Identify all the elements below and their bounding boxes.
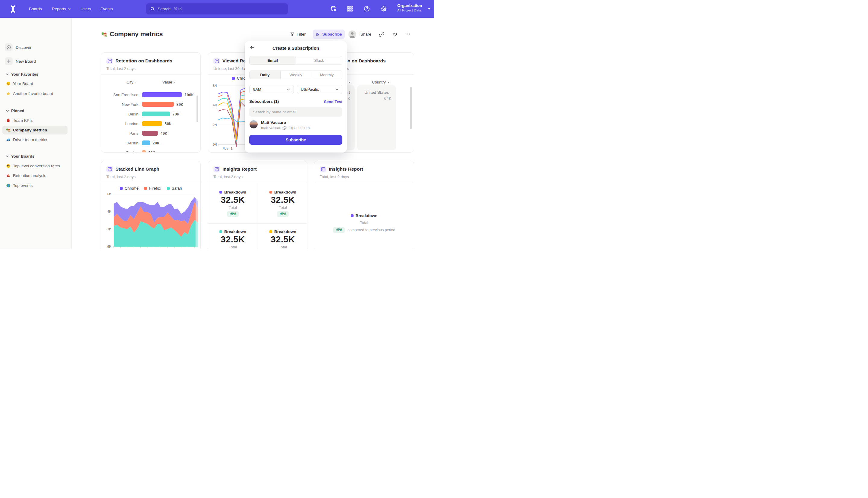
card-title[interactable]: Retention on Dashboards (116, 58, 172, 64)
sidebar-item-another-favorite[interactable]: Another favorite board (6, 91, 53, 96)
svg-text:6M: 6M (107, 192, 111, 196)
org-chevron-icon (428, 8, 430, 10)
tab-daily[interactable]: Daily (250, 71, 280, 79)
car-emoji-icon (6, 137, 11, 142)
chevron-down-icon (287, 89, 290, 90)
nav-users[interactable]: Users (80, 6, 91, 11)
search-input[interactable]: Search ⌘+K (146, 3, 288, 14)
column-header-value[interactable]: Value (155, 80, 184, 84)
sidebar-item-driver-team-metrics[interactable]: Driver team metrics (6, 137, 48, 142)
subscribe-submit-button[interactable]: Subscribe (249, 135, 342, 145)
delta-badge: ↑5% (277, 211, 289, 217)
card-insights-report-2: Insights Report Total, last 2 days Break… (314, 161, 414, 249)
table-row[interactable]: Berlin70K (106, 109, 179, 119)
card-subtitle: Total, last 2 days (213, 174, 243, 179)
table-row[interactable]: London50K (106, 119, 172, 128)
time-select[interactable]: 9AM (249, 85, 294, 94)
favorite-button[interactable] (392, 32, 398, 37)
sidebar-discover[interactable]: Discover (5, 43, 32, 51)
house-emoji-icon (6, 128, 11, 132)
table-row[interactable]: Paris40K (106, 128, 167, 138)
timezone-select[interactable]: US/Pacific (297, 85, 342, 94)
create-subscription-modal: Create a Subscription Email Slack Daily … (245, 41, 347, 153)
sidebar: Discover New Board Your Favorites Your B… (0, 18, 72, 249)
tab-slack[interactable]: Slack (296, 56, 342, 65)
nav-events[interactable]: Events (101, 6, 113, 11)
sidebar-item-company-metrics[interactable]: Company metrics (6, 128, 47, 132)
funnel-icon (290, 32, 294, 37)
help-icon[interactable] (363, 5, 370, 12)
bar (142, 112, 170, 116)
chevron-down-icon (6, 74, 9, 75)
more-options-button[interactable] (405, 32, 411, 36)
nav-boards[interactable]: Boards (29, 6, 42, 11)
data-management-icon[interactable] (330, 5, 337, 12)
apps-grid-icon[interactable] (347, 5, 353, 12)
org-project: All Project Data (397, 9, 422, 12)
subscriber-avatar (250, 120, 258, 128)
report-chart-icon (320, 166, 326, 172)
subscribe-button[interactable]: Subscribe (313, 29, 345, 39)
pivot-cell-united-states[interactable]: United States 64K (357, 85, 396, 150)
bar (142, 102, 174, 107)
report-chart-icon (106, 57, 113, 64)
share-button[interactable]: Share (360, 32, 371, 37)
sidebar-new-board[interactable]: New Board (5, 57, 36, 65)
stacked-area-chart: 6M4M2M0M (101, 161, 201, 249)
page-title: Company metrics (110, 30, 163, 38)
top-nav: Boards Reports Users Events Search ⌘+K (0, 0, 434, 18)
card-title[interactable]: Insights Report (329, 167, 363, 172)
bar (142, 92, 182, 97)
svg-text:Nov 1: Nov 1 (223, 146, 232, 150)
column-header-country[interactable]: Country (366, 80, 395, 84)
subscriber-email: matt.vaccaro@mixpanel.com (261, 126, 309, 130)
tab-email[interactable]: Email (250, 56, 296, 65)
svg-text:0M: 0M (213, 143, 217, 146)
org-switcher[interactable]: Organization All Project Data (397, 3, 422, 12)
nav-reports[interactable]: Reports (52, 6, 70, 11)
user-avatar[interactable] (348, 30, 356, 38)
card-retention-dashboards: Retention on Dashboards Total, last 2 da… (101, 52, 201, 153)
sidebar-item-retention-analysis[interactable]: Retention analysis (6, 173, 46, 178)
table-row[interactable]: Austin20K (106, 138, 159, 148)
table-row[interactable]: Boston10K (106, 148, 155, 153)
sidebar-item-top-level-conversion[interactable]: Top level conversion rates (6, 164, 60, 168)
chevron-down-icon (68, 8, 70, 10)
subscribers-label: Subscribers (1) (249, 99, 279, 104)
series-color-dot (219, 191, 222, 194)
table-row[interactable]: San Francisco100K (106, 90, 193, 100)
scrollbar-thumb[interactable] (410, 87, 412, 129)
delta-badge: ↑5% (333, 227, 345, 233)
sidebar-item-top-events[interactable]: Top events (6, 183, 32, 188)
svg-text:4M: 4M (107, 210, 111, 214)
rss-icon (316, 32, 320, 37)
org-name: Organization (397, 3, 422, 8)
divider (101, 75, 200, 75)
sidebar-section-your-boards[interactable]: Your Boards (6, 154, 35, 159)
table-row[interactable]: New York80K (106, 100, 183, 109)
filter-button[interactable]: Filter (290, 32, 306, 37)
sidebar-section-favorites[interactable]: Your Favorites (6, 72, 38, 77)
scrollbar-thumb[interactable] (197, 95, 198, 122)
column-header-city[interactable]: City (117, 80, 146, 84)
tab-monthly[interactable]: Monthly (311, 71, 342, 79)
send-test-link[interactable]: Send Test (324, 100, 342, 104)
copy-link-button[interactable] (379, 32, 384, 37)
card-title[interactable]: Insights Report (223, 167, 257, 172)
sidebar-item-team-kpis[interactable]: Team KPIs (6, 118, 32, 123)
channel-tabs: Email Slack (249, 56, 342, 65)
tab-weekly[interactable]: Weekly (280, 71, 311, 79)
subscriber-search-input[interactable] (249, 107, 342, 117)
mixpanel-logo-icon[interactable] (9, 5, 17, 13)
divider (208, 223, 307, 224)
divider (315, 183, 414, 183)
sidebar-item-your-board[interactable]: Your Board (6, 81, 33, 86)
plus-icon (5, 57, 13, 65)
sidebar-section-pinned[interactable]: Pinned (6, 108, 24, 113)
backpack-emoji-icon (6, 118, 11, 123)
series-color-dot (269, 191, 272, 194)
compass-icon (5, 43, 13, 51)
settings-gear-icon[interactable] (380, 5, 387, 12)
svg-text:4M: 4M (213, 103, 217, 107)
search-placeholder: Search (158, 6, 171, 11)
